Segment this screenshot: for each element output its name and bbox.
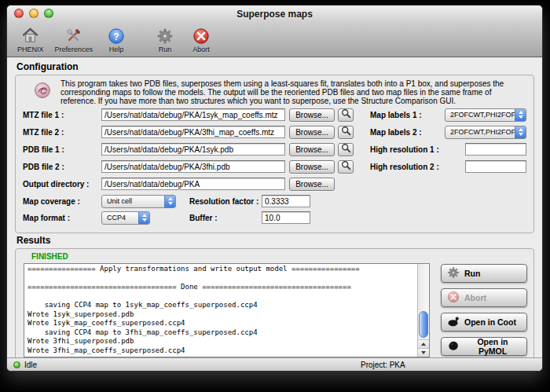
content-area: Configuration This program takes two PDB… (7, 57, 542, 357)
mtz-file-2-input[interactable] (101, 126, 285, 138)
view-file-button[interactable] (338, 126, 354, 139)
scroll-down-button[interactable] (418, 348, 429, 357)
resolution-factor-input[interactable] (262, 195, 310, 207)
results-heading: Results (16, 235, 534, 246)
open-in-pymol-button[interactable]: Open in PyMOL (441, 337, 527, 356)
pymol-icon (447, 340, 460, 354)
browse-button[interactable]: Browse... (289, 143, 335, 156)
run-button[interactable]: Run (441, 264, 527, 283)
toolbar: PHENIX Preferences (7, 22, 542, 57)
gear-icon (447, 266, 460, 281)
zoom-button[interactable] (44, 9, 53, 18)
map-labels-2-select[interactable]: 2FOFCWT,PHI2FOF... (445, 126, 526, 139)
buffer-label: Buffer : (189, 214, 262, 222)
svg-text:?: ? (113, 31, 119, 42)
toolbar-item-help[interactable]: ? Help (98, 24, 134, 54)
close-button[interactable] (14, 9, 24, 18)
mtz-file-2-row: MTZ file 2 : Browse... Map labels 2 : (23, 125, 526, 139)
view-file-button[interactable] (338, 108, 354, 122)
pdb-file-1-input[interactable] (101, 143, 285, 156)
open-in-pymol-label: Open in PyMOL (464, 337, 521, 356)
toolbar-item-run[interactable]: Run (147, 24, 183, 54)
description-row: This program takes two PDB files, superp… (34, 79, 526, 105)
popup-value: Unit cell (107, 197, 132, 205)
abort-button-label: Abort (464, 293, 486, 302)
app-window: Superpose maps PHENIX (6, 5, 543, 372)
map-format-select[interactable]: CCP4 (101, 211, 150, 225)
scroll-up-button[interactable] (418, 339, 429, 348)
view-file-button[interactable] (338, 160, 354, 174)
map-labels-1-group: Map labels 1 : 2FOFCWT,PHI2FOF... (370, 108, 526, 122)
configuration-panel: This program takes two PDB files, superp… (15, 75, 534, 233)
high-resolution-2-input[interactable] (465, 160, 526, 173)
map-format-label: Map format : (23, 214, 101, 222)
minimize-button[interactable] (29, 9, 38, 18)
browse-button[interactable]: Browse... (289, 160, 335, 174)
status-text: Idle (24, 361, 37, 369)
map-coverage-select[interactable]: Unit cell (101, 195, 176, 208)
project-label: Project: PKA (361, 361, 405, 369)
high-resolution-1-group: High resolution 1 : (370, 143, 526, 156)
popup-arrows-icon (515, 126, 526, 139)
toolbar-item-label: Preferences (55, 46, 94, 53)
output-directory-input[interactable] (101, 178, 285, 190)
results-panel: FINISHED ================ Apply transfor… (15, 248, 534, 357)
view-file-button[interactable] (338, 143, 354, 156)
open-in-coot-button[interactable]: Open in Coot (441, 313, 527, 332)
scrollbar-thumb[interactable] (419, 311, 428, 338)
pdb-file-2-label: PDB file 2 : (23, 163, 101, 171)
mtz-file-2-label: MTZ file 2 : (23, 128, 101, 137)
magnifier-icon (341, 126, 351, 138)
green-dot-icon (13, 361, 20, 368)
map-labels-1-label: Map labels 1 : (370, 111, 445, 119)
window-title: Superpose maps (236, 9, 313, 20)
toolbar-item-preferences[interactable]: Preferences (50, 24, 99, 54)
browse-button[interactable]: Browse... (289, 126, 335, 139)
map-labels-2-group: Map labels 2 : 2FOFCWT,PHI2FOF... (370, 126, 526, 139)
map-format-row: Map format : CCP4 Buffer : (23, 211, 526, 225)
map-coverage-label: Map coverage : (23, 197, 101, 206)
program-description: This program takes two PDB files, superp… (60, 79, 520, 105)
run-gear-icon (156, 26, 174, 46)
popup-value: CCP4 (107, 214, 126, 222)
abort-x-icon (447, 291, 460, 306)
abort-button[interactable]: Abort (441, 288, 527, 307)
mtz-file-1-input[interactable] (101, 108, 285, 121)
pdb-file-1-label: PDB file 1 : (23, 145, 101, 154)
resolution-factor-label: Resolution factor : (189, 197, 262, 206)
traffic-lights (14, 9, 53, 18)
titlebar[interactable]: Superpose maps (7, 5, 542, 22)
mtz-file-1-row: MTZ file 1 : Browse... Map labels 1 : (23, 108, 526, 122)
open-in-coot-label: Open in Coot (464, 317, 516, 327)
run-button-label: Run (464, 269, 480, 278)
browse-button[interactable]: Browse... (289, 108, 335, 122)
popup-arrows-icon (138, 211, 150, 225)
toolbar-item-label: Abort (192, 46, 210, 53)
map-labels-1-select[interactable]: 2FOFCWT,PHI2FOF... (445, 108, 526, 122)
pdb-file-2-row: PDB file 2 : Browse... High resolution 2… (23, 159, 526, 174)
high-resolution-2-label: High resolution 2 : (370, 163, 445, 171)
popup-value: 2FOFCWT,PHI2FOF... (450, 111, 521, 119)
mtz-file-1-label: MTZ file 1 : (23, 111, 101, 119)
map-coverage-row: Map coverage : Unit cell Resolution fact… (23, 194, 526, 208)
status-badge: FINISHED (31, 252, 527, 261)
high-resolution-2-group: High resolution 2 : (370, 160, 526, 173)
popup-value: 2FOFCWT,PHI2FOF... (450, 128, 521, 136)
toolbar-item-phenix[interactable]: PHENIX (12, 24, 50, 54)
high-resolution-1-input[interactable] (465, 143, 526, 156)
console-output: ================ Apply transformations a… (24, 263, 430, 357)
map-labels-2-label: Map labels 2 : (370, 128, 445, 137)
toolbar-item-label: Help (109, 46, 124, 53)
buffer-input[interactable] (262, 211, 310, 224)
popup-arrows-icon (164, 195, 176, 208)
pdb-file-2-input[interactable] (101, 160, 285, 173)
toolbar-item-abort[interactable]: Abort (183, 24, 219, 54)
coot-bird-icon (447, 316, 460, 329)
console-scrollbar[interactable] (417, 264, 429, 357)
toolbar-item-label: Run (159, 46, 172, 53)
pdb-file-1-row: PDB file 1 : Browse... High resolution 1… (23, 142, 526, 156)
high-resolution-1-label: High resolution 1 : (370, 145, 445, 154)
browse-button[interactable]: Browse... (289, 178, 335, 191)
configuration-heading: Configuration (16, 61, 534, 72)
preferences-tools-icon (64, 26, 82, 46)
